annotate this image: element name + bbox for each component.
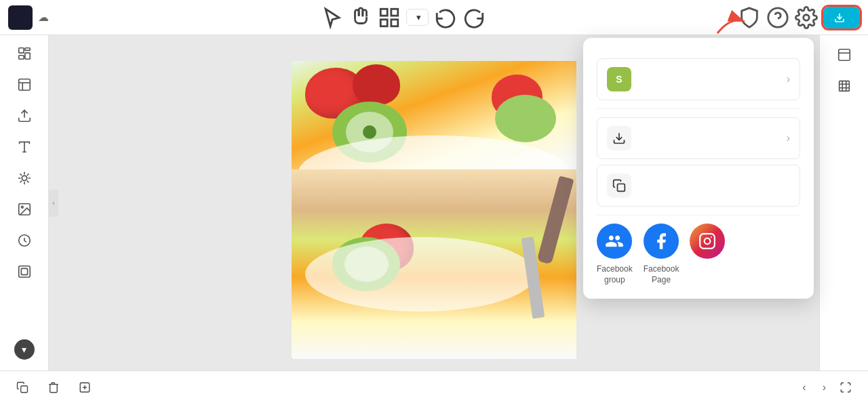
instagram-icon xyxy=(690,224,725,259)
svg-point-19 xyxy=(21,206,23,208)
dropdown-divider-2 xyxy=(597,215,800,215)
zoom-control[interactable]: ▾ xyxy=(406,9,429,26)
shopify-icon: S xyxy=(607,67,631,91)
undo-button[interactable] xyxy=(434,6,457,29)
delete-page-button[interactable] xyxy=(42,377,65,398)
download-chevron-icon: › xyxy=(787,132,790,144)
sidebar-item-stickers[interactable] xyxy=(4,228,45,256)
copy-png-icon xyxy=(607,173,631,198)
export-button[interactable] xyxy=(823,7,860,28)
download-item[interactable]: › xyxy=(597,117,800,159)
svg-rect-24 xyxy=(839,81,849,91)
topbar-center-tools: ▾ xyxy=(73,6,732,29)
export-dropdown: S › › Facebookgroup FacebookPa xyxy=(583,38,814,299)
bottom-right: ‹ › xyxy=(800,377,857,398)
left-sidebar: ▾ xyxy=(0,35,49,370)
user-avatar[interactable]: ▾ xyxy=(14,339,35,360)
shopify-chevron-icon: › xyxy=(787,73,790,85)
topbar: ☁ ▾ xyxy=(0,0,868,35)
svg-point-17 xyxy=(22,175,26,180)
grid-view-button[interactable] xyxy=(378,6,401,29)
facebook-page-option[interactable]: FacebookPage xyxy=(644,224,679,285)
svg-point-32 xyxy=(705,238,711,245)
svg-rect-31 xyxy=(701,234,715,249)
facebook-group-icon xyxy=(597,224,632,259)
canvas-image xyxy=(292,61,576,359)
svg-rect-11 xyxy=(24,53,29,59)
facebook-page-label: FacebookPage xyxy=(644,264,679,285)
svg-point-6 xyxy=(804,14,810,20)
svg-rect-9 xyxy=(18,48,23,53)
facebook-page-icon xyxy=(644,224,679,259)
zoom-chevron-icon: ▾ xyxy=(416,12,421,22)
facebook-group-option[interactable]: Facebookgroup xyxy=(597,224,633,285)
pan-tool-button[interactable] xyxy=(349,6,372,29)
collapse-icon: ‹ xyxy=(53,200,55,207)
settings-button[interactable] xyxy=(795,6,818,29)
download-icon xyxy=(607,126,631,150)
svg-rect-3 xyxy=(391,19,397,26)
duplicate-page-button[interactable] xyxy=(11,377,34,398)
svg-rect-1 xyxy=(391,9,397,16)
svg-rect-30 xyxy=(618,184,625,192)
sidebar-item-templates[interactable] xyxy=(4,41,45,69)
sidebar-item-design[interactable] xyxy=(4,72,45,100)
canvas-content xyxy=(292,61,576,359)
svg-rect-25 xyxy=(21,385,28,392)
sidebar-bottom: ▾ xyxy=(14,339,35,365)
sidebar-item-upload[interactable] xyxy=(4,103,45,131)
upload-options: Facebookgroup FacebookPage xyxy=(597,224,800,285)
svg-rect-22 xyxy=(21,268,27,274)
redo-button[interactable] xyxy=(462,6,486,29)
svg-rect-21 xyxy=(18,266,30,278)
right-panel xyxy=(819,35,868,370)
right-panel-background[interactable] xyxy=(825,43,863,69)
select-tool-button[interactable] xyxy=(321,6,344,29)
add-page-button[interactable] xyxy=(73,377,100,398)
app-logo[interactable] xyxy=(8,5,33,30)
svg-rect-0 xyxy=(380,9,387,16)
bottombar: ‹ › xyxy=(0,370,868,403)
cloud-icon: ☁ xyxy=(38,11,49,24)
fullscreen-button[interactable] xyxy=(834,377,857,398)
sidebar-item-shapes[interactable] xyxy=(4,165,45,194)
prev-page-button[interactable]: ‹ xyxy=(800,379,808,396)
svg-rect-2 xyxy=(380,19,387,26)
sidebar-item-frames[interactable] xyxy=(4,259,45,287)
help-button[interactable] xyxy=(766,6,789,29)
instagram-option[interactable] xyxy=(690,224,725,285)
sidebar-item-photos[interactable] xyxy=(4,196,45,225)
export-icon xyxy=(834,12,845,23)
dropdown-divider-1 xyxy=(597,108,800,109)
shield-button[interactable] xyxy=(738,6,761,29)
svg-rect-13 xyxy=(18,79,30,91)
topbar-title-area: ☁ xyxy=(38,11,57,24)
right-panel-resize[interactable] xyxy=(825,75,863,100)
svg-rect-10 xyxy=(24,48,29,51)
facebook-group-label: Facebookgroup xyxy=(597,264,633,285)
shopify-upload-item[interactable]: S › xyxy=(597,58,800,100)
copy-png-item[interactable] xyxy=(597,165,800,207)
sidebar-item-text[interactable] xyxy=(4,134,45,163)
sidebar-collapse-handle[interactable]: ‹ xyxy=(49,190,58,217)
topbar-right-tools xyxy=(738,6,860,29)
svg-rect-23 xyxy=(838,49,850,61)
svg-rect-12 xyxy=(18,56,23,60)
svg-point-33 xyxy=(711,236,712,238)
next-page-button[interactable]: › xyxy=(820,379,829,396)
